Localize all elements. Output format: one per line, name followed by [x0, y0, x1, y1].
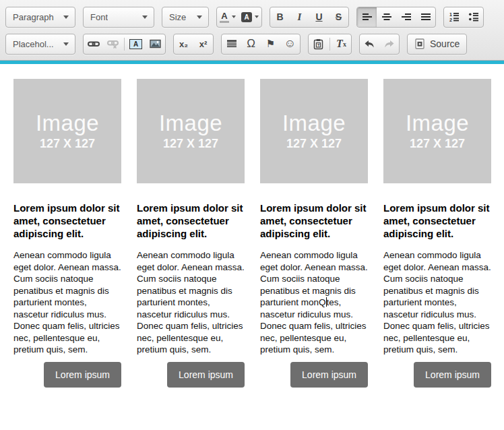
special-character-icon: Ω — [247, 37, 255, 51]
align-left-icon — [362, 11, 373, 22]
undo-icon — [364, 38, 375, 49]
placeholder-dropdown[interactable]: Placehol... — [5, 34, 75, 55]
insert-group: Ω ⚑ ☺ — [221, 34, 301, 55]
underline-button[interactable]: U — [309, 7, 329, 27]
strikethrough-icon: S — [336, 11, 342, 22]
bold-button[interactable]: B — [270, 7, 290, 27]
column-heading[interactable]: Lorem ipsum dolor sit amet, consectetuer… — [13, 202, 121, 240]
chevron-down-icon — [255, 16, 259, 18]
lorem-ipsum-button[interactable]: Lorem ipsum — [44, 362, 121, 388]
italic-icon: I — [298, 11, 302, 23]
background-color-button[interactable]: A — [239, 7, 261, 27]
image-placeholder-label: Image — [282, 112, 346, 134]
align-justify-button[interactable] — [416, 7, 435, 27]
chevron-down-icon — [63, 42, 69, 46]
smiley-icon: ☺ — [284, 37, 296, 51]
lorem-ipsum-button[interactable]: Lorem ipsum — [414, 362, 491, 388]
svg-text:2: 2 — [449, 18, 452, 22]
redo-button[interactable] — [379, 34, 399, 54]
font-size-dropdown[interactable]: Size — [162, 7, 209, 28]
content-column-2: Image 127 X 127 Lorem ipsum dolor sit am… — [137, 79, 245, 388]
toolbar-separator — [329, 38, 330, 51]
svg-text:T: T — [317, 42, 320, 47]
special-character-button[interactable]: Ω — [241, 34, 261, 54]
unlink-button[interactable] — [103, 34, 123, 54]
chevron-down-icon — [63, 16, 69, 19]
image-placeholder[interactable]: Image 127 X 127 — [383, 79, 491, 183]
text-color-icon: A — [220, 11, 229, 23]
chevron-down-icon — [197, 16, 202, 19]
image-placeholder[interactable]: Image 127 X 127 — [13, 79, 121, 183]
list-group: 1 2 — [443, 7, 484, 28]
lorem-ipsum-button[interactable]: Lorem ipsum — [290, 362, 368, 388]
paste-format-group: T Tx — [308, 34, 352, 55]
basic-styles-group: B I U S — [270, 7, 349, 28]
font-family-dropdown[interactable]: Font — [83, 7, 154, 28]
subscript-icon: x₂ — [179, 39, 188, 49]
text-color-button[interactable]: A — [217, 7, 239, 27]
source-code-icon — [414, 38, 425, 49]
numbered-list-icon: 1 2 — [449, 11, 460, 22]
horizontal-rule-icon — [226, 38, 237, 49]
link-group: A — [83, 34, 166, 55]
link-button[interactable] — [84, 34, 103, 54]
insert-image-button[interactable] — [146, 34, 165, 54]
anchor-placeholder-icon: A — [129, 39, 142, 49]
horizontal-rule-button[interactable] — [222, 34, 241, 54]
column-body-text[interactable]: Aenean commodo ligula eget dolor. Aenean… — [137, 249, 245, 356]
background-color-icon: A — [241, 12, 252, 22]
align-justify-icon — [420, 11, 431, 22]
toolbar-row-2: Placehol... A — [5, 30, 499, 57]
lorem-ipsum-button[interactable]: Lorem ipsum — [167, 362, 245, 388]
superscript-button[interactable]: x² — [193, 34, 213, 54]
anchor-button[interactable]: ⚑ — [261, 34, 280, 54]
font-size-label: Size — [169, 12, 186, 22]
image-placeholder-size: 127 X 127 — [163, 137, 218, 151]
source-button-label: Source — [430, 38, 460, 49]
image-placeholder-label: Image — [159, 112, 222, 134]
italic-button[interactable]: I — [290, 7, 309, 27]
image-placeholder-size: 127 X 127 — [286, 137, 342, 151]
column-heading[interactable]: Lorem ipsum dolor sit amet, consectetuer… — [137, 202, 245, 240]
bulleted-list-button[interactable] — [464, 7, 483, 27]
anchor-placeholder-button[interactable]: A — [126, 34, 146, 54]
image-placeholder-size: 127 X 127 — [410, 137, 465, 151]
paragraph-format-label: Paragraph — [13, 12, 54, 22]
column-body-text[interactable]: Aenean commodo ligula eget dolor. Aenean… — [260, 249, 368, 356]
bulleted-list-icon — [468, 11, 479, 22]
align-right-button[interactable] — [396, 7, 416, 27]
image-placeholder[interactable]: Image 127 X 127 — [137, 79, 245, 183]
source-button[interactable]: Source — [408, 34, 466, 54]
undo-button[interactable] — [360, 34, 379, 54]
alignment-group — [356, 7, 436, 28]
image-icon — [150, 38, 161, 49]
toolbar-row-1: Paragraph Font Size A A — [5, 3, 499, 30]
column-heading[interactable]: Lorem ipsum dolor sit amet, consectetuer… — [260, 202, 368, 240]
align-center-button[interactable] — [377, 7, 396, 27]
unlink-icon — [107, 38, 119, 49]
image-placeholder[interactable]: Image 127 X 127 — [260, 79, 368, 183]
color-button-group: A A — [216, 7, 262, 28]
column-heading[interactable]: Lorem ipsum dolor sit amet, consectetuer… — [383, 202, 491, 240]
chevron-down-icon — [232, 16, 236, 18]
paste-text-button[interactable]: T — [309, 34, 328, 54]
toolbar-separator — [124, 38, 125, 51]
column-body-text[interactable]: Aenean commodo ligula eget dolor. Aenean… — [13, 249, 121, 356]
anchor-flag-icon: ⚑ — [266, 38, 275, 50]
content-column-4: Image 127 X 127 Lorem ipsum dolor sit am… — [383, 79, 491, 388]
editor-content-area[interactable]: Image 127 X 127 Lorem ipsum dolor sit am… — [0, 64, 504, 388]
remove-format-button[interactable]: Tx — [332, 34, 351, 54]
undo-redo-group — [359, 34, 400, 55]
strikethrough-button[interactable]: S — [329, 7, 348, 27]
smiley-button[interactable]: ☺ — [280, 34, 300, 54]
content-column-3: Image 127 X 127 Lorem ipsum dolor sit am… — [260, 79, 368, 388]
paragraph-format-dropdown[interactable]: Paragraph — [5, 7, 75, 28]
content-column-1: Image 127 X 127 Lorem ipsum dolor sit am… — [13, 79, 121, 388]
placeholder-dropdown-label: Placehol... — [13, 39, 54, 49]
subscript-button[interactable]: x₂ — [174, 34, 193, 54]
numbered-list-button[interactable]: 1 2 — [444, 7, 464, 27]
align-left-button[interactable] — [357, 7, 377, 27]
link-icon — [88, 38, 100, 49]
column-body-text[interactable]: Aenean commodo ligula eget dolor. Aenean… — [383, 249, 491, 356]
image-placeholder-label: Image — [406, 112, 469, 134]
